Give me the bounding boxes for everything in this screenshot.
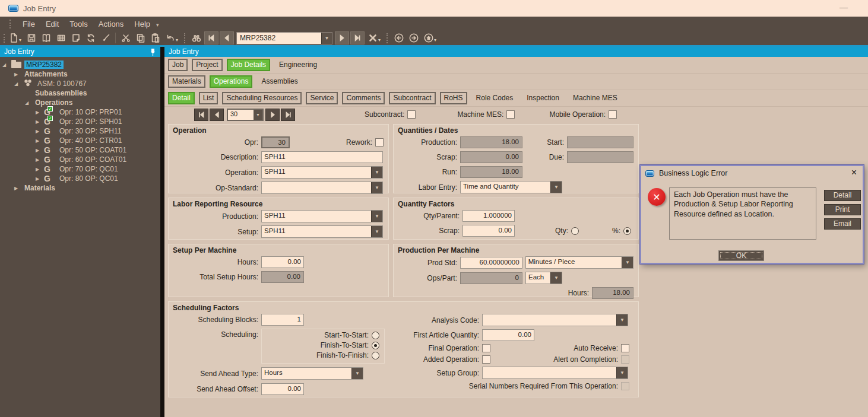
delete-icon[interactable] <box>365 31 380 45</box>
tree-item-label[interactable]: Opr: 40 OP: CTR01 <box>58 136 123 145</box>
ok-button[interactable]: OK <box>718 250 764 261</box>
dropdown-icon[interactable]: ▼ <box>371 167 382 178</box>
panel-splitter[interactable] <box>160 47 164 417</box>
expander-icon[interactable]: ◢ <box>2 62 11 68</box>
scrap-percent-radio[interactable] <box>623 227 631 235</box>
menu-file[interactable]: File <box>23 20 35 28</box>
tree-item-label[interactable]: ASM: 0 100767 <box>36 79 88 88</box>
analysis-code-combo[interactable]: ▼ <box>482 314 628 326</box>
expander-icon[interactable]: ◢ <box>25 100 33 106</box>
tree-item-opr-70[interactable]: ▶ G Opr: 70 OP: QC01 <box>0 164 160 174</box>
tree-item-label[interactable]: Operations <box>33 98 74 107</box>
navigate-back-icon[interactable] <box>391 31 406 45</box>
expander-icon[interactable]: ▶ <box>14 72 23 77</box>
refresh-icon[interactable] <box>83 31 98 45</box>
expander-icon[interactable]: ▶ <box>14 186 23 191</box>
next-operation-button[interactable] <box>265 109 280 121</box>
menu-edit[interactable]: Edit <box>46 20 59 28</box>
setup-group-combo[interactable]: ▼ <box>482 367 628 379</box>
browse-icon[interactable] <box>39 31 53 45</box>
expander-icon[interactable]: ▶ <box>36 176 44 182</box>
machine-mes-checkbox[interactable] <box>506 110 515 119</box>
tree-item-label[interactable]: Materials <box>23 184 57 192</box>
menubar-grip[interactable] <box>9 20 11 28</box>
previous-operation-button[interactable] <box>210 109 224 121</box>
send-ahead-offset-input[interactable]: 0.00 <box>261 383 304 395</box>
tree-item-opr-20[interactable]: ▶ G✓ Opr: 20 OP: SPH01 <box>0 117 160 126</box>
tab-engineering[interactable]: Engineering <box>274 60 322 70</box>
send-ahead-type-combo[interactable]: Hours▼ <box>261 367 363 380</box>
dropdown-icon[interactable]: ▼ <box>622 257 633 268</box>
dialog-close-icon[interactable]: × <box>851 167 857 178</box>
finish-to-start-radio[interactable] <box>372 342 379 349</box>
cut-icon[interactable] <box>118 31 133 45</box>
description-input[interactable]: SPH11 <box>261 151 383 163</box>
tree-item-label[interactable]: Subassemblies <box>33 89 88 97</box>
prod-std-unit-combo[interactable]: Minutes / Piece▼ <box>525 256 633 269</box>
dropdown-icon[interactable]: ▼ <box>550 182 562 193</box>
first-operation-button[interactable] <box>194 109 208 121</box>
subcontract-checkbox[interactable] <box>407 110 416 119</box>
tree-item-opr-50[interactable]: ▶ G Opr: 50 OP: COAT01 <box>0 145 160 155</box>
table-icon[interactable] <box>53 31 68 45</box>
scrap-qty-radio[interactable] <box>571 227 579 235</box>
dropdown-icon[interactable]: ▼ <box>371 226 382 237</box>
operation-number-combo[interactable]: 30 ▼ <box>227 109 264 121</box>
expander-icon[interactable]: ▶ <box>36 138 44 144</box>
rework-checkbox[interactable] <box>375 138 384 147</box>
tab-detail[interactable]: Detail <box>168 92 195 104</box>
navigate-forward-icon[interactable] <box>406 31 421 45</box>
paste-icon[interactable] <box>148 31 163 45</box>
tree-item-opr-10[interactable]: ▶ G✓ Opr: 10 OP: PRP01 <box>0 107 160 117</box>
tab-list[interactable]: List <box>199 92 218 104</box>
prod-std-input[interactable]: 60.00000000 <box>460 257 522 269</box>
expander-icon[interactable]: ▶ <box>36 148 44 153</box>
last-record-button[interactable] <box>350 31 365 44</box>
email-button[interactable]: Email <box>824 218 861 230</box>
tree-item-opr-40[interactable]: ▶ G Opr: 40 OP: CTR01 <box>0 136 160 145</box>
tab-service[interactable]: Service <box>306 92 338 104</box>
final-operation-checkbox[interactable] <box>482 344 490 352</box>
toolbar-grip[interactable] <box>4 34 5 43</box>
tree-item-label[interactable]: Opr: 10 OP: PRP01 <box>58 108 123 116</box>
dropdown-icon[interactable]: ▼ <box>371 182 382 193</box>
tab-project[interactable]: Project <box>192 59 222 71</box>
operation-number-value[interactable]: 30 <box>228 110 254 120</box>
last-operation-button[interactable] <box>281 109 295 121</box>
toolbar-grip[interactable] <box>184 33 185 43</box>
undo-icon[interactable] <box>163 31 178 45</box>
find-icon[interactable] <box>189 31 204 45</box>
menu-overflow-chevron-icon[interactable]: ▾ <box>156 20 159 28</box>
tab-rohs[interactable]: RoHS <box>440 92 467 104</box>
minimize-button[interactable]: — <box>840 2 848 12</box>
tree-item-label[interactable]: Opr: 60 OP: COAT01 <box>58 155 128 164</box>
auto-receive-checkbox[interactable] <box>621 344 629 352</box>
tree-item-label[interactable]: Opr: 50 OP: COAT01 <box>58 146 128 154</box>
tab-role-codes[interactable]: Role Codes <box>471 93 518 103</box>
mobile-operation-checkbox[interactable] <box>609 110 617 119</box>
tree-item-subassemblies[interactable]: Subassemblies <box>0 88 160 98</box>
op-standard-combo[interactable]: ▼ <box>261 182 383 194</box>
record-combo-dropdown-icon[interactable]: ▼ <box>321 33 332 44</box>
tree-item-opr-60[interactable]: ▶ G Opr: 60 OP: COAT01 <box>0 155 160 164</box>
added-operation-checkbox[interactable] <box>482 355 490 364</box>
tree-item-attachments[interactable]: ▶ Attachments <box>0 69 160 79</box>
menu-help[interactable]: Help <box>134 20 150 28</box>
record-combo[interactable]: MRP25382 ▼ <box>236 32 332 44</box>
tab-assemblies[interactable]: Assemblies <box>256 77 302 87</box>
expander-icon[interactable]: ▶ <box>36 129 44 134</box>
tab-inspection[interactable]: Inspection <box>522 93 564 103</box>
labor-production-combo[interactable]: SPH11▼ <box>261 210 383 222</box>
note-icon[interactable] <box>68 31 83 45</box>
dropdown-icon[interactable]: ▼ <box>616 314 628 326</box>
tree-item-label[interactable]: MRP25382 <box>24 61 64 69</box>
tree-item-opr-80[interactable]: ▶ G Opr: 80 OP: QC01 <box>0 174 160 183</box>
tab-operations[interactable]: Operations <box>210 75 253 88</box>
tree-item-label[interactable]: Opr: 20 OP: SPH01 <box>58 117 123 126</box>
tree-item-operations[interactable]: ◢ Operations <box>0 98 160 107</box>
previous-record-button[interactable] <box>220 31 234 44</box>
scheduling-blocks-input[interactable]: 1 <box>261 314 304 326</box>
operation-number-dropdown-icon[interactable]: ▼ <box>254 110 262 120</box>
tab-job[interactable]: Job <box>168 59 188 71</box>
save-icon[interactable] <box>24 31 39 45</box>
